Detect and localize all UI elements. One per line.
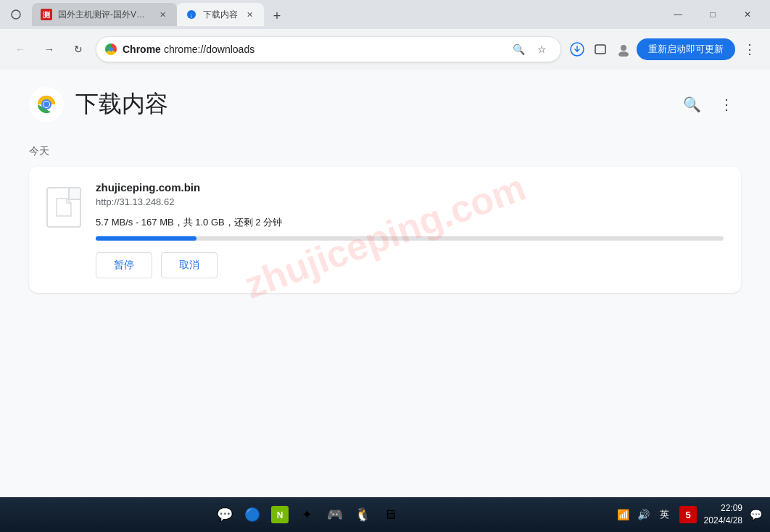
- svg-point-8: [618, 51, 629, 57]
- pause-button[interactable]: 暂停: [96, 252, 152, 278]
- clock-time: 22:09: [704, 502, 742, 515]
- chrome-logo: [29, 87, 64, 122]
- back-button[interactable]: ←: [9, 38, 32, 61]
- page-title: 下载内容: [75, 88, 168, 120]
- reload-button[interactable]: ↻: [67, 38, 90, 61]
- taskbar-right: 📶 🔊 英 5 22:09 2024/4/28 💬: [615, 502, 764, 527]
- page-search-button[interactable]: 🔍: [677, 90, 706, 119]
- profile-btn[interactable]: [613, 39, 634, 59]
- taskbar-icon-wechat[interactable]: 💬: [213, 503, 236, 526]
- file-info: zhujiceping.com.bin http://31.13.248.62 …: [96, 181, 724, 278]
- address-brand: Chrome: [123, 43, 161, 55]
- section-label: 今天: [29, 145, 741, 158]
- download-card: zhujiceping.com.bin http://31.13.248.62 …: [29, 167, 741, 293]
- tab-2[interactable]: ↓ 下载内容 ✕: [177, 3, 264, 26]
- language-button[interactable]: 英: [657, 507, 672, 523]
- svg-point-12: [44, 101, 49, 107]
- tab-1-title: 国外主机测评-国外VPS、国...: [58, 9, 151, 21]
- clock[interactable]: 22:09 2024/4/28: [704, 502, 742, 527]
- tab-search-btn[interactable]: [590, 39, 610, 59]
- page-header: 下载内容 🔍 ⋮: [29, 87, 741, 122]
- page-header-icons: 🔍 ⋮: [677, 90, 741, 119]
- svg-text:N: N: [276, 510, 283, 520]
- svg-point-7: [621, 45, 626, 51]
- progress-bar-container: [96, 236, 724, 241]
- cancel-button[interactable]: 取消: [161, 252, 218, 278]
- new-tab-button[interactable]: +: [267, 6, 287, 26]
- svg-text:测: 测: [43, 11, 50, 19]
- tab-1-close[interactable]: ✕: [157, 9, 168, 20]
- tray-wifi[interactable]: 📶: [615, 506, 632, 523]
- download-icon-btn[interactable]: [567, 39, 587, 59]
- address-icons: 🔍 ☆: [508, 39, 552, 59]
- taskbar-icon-app1[interactable]: ✦: [296, 503, 319, 526]
- update-button[interactable]: 重新启动即可更新: [637, 38, 735, 60]
- taskbar-icons: 💬 🔵 N ✦ 🎮 🐧 🖥: [6, 503, 609, 526]
- bookmark-icon-btn[interactable]: ☆: [531, 39, 552, 59]
- site-favicon: [105, 43, 117, 55]
- window-controls: — □ ✕: [661, 3, 764, 26]
- title-bar: 测 国外主机测评-国外VPS、国... ✕ ↓ 下载内容 ✕ + — □ ✕: [0, 0, 770, 29]
- close-button[interactable]: ✕: [731, 3, 764, 26]
- tab-2-title: 下载内容: [203, 9, 238, 21]
- progress-text: 5.7 MB/s - 167 MB，共 1.0 GB，还剩 2 分钟: [96, 216, 724, 229]
- clock-date: 2024/4/28: [704, 515, 742, 527]
- progress-bar-fill: [96, 236, 196, 241]
- maximize-button[interactable]: □: [696, 3, 729, 26]
- file-url: http://31.13.248.62: [96, 196, 724, 207]
- file-name: zhujiceping.com.bin: [96, 181, 724, 194]
- title-bar-left: [6, 4, 26, 25]
- omnibar: ← → ↻ Chromechrome://downloads 🔍 ☆: [0, 29, 770, 70]
- notification-button[interactable]: 💬: [747, 506, 764, 523]
- svg-text:5: 5: [685, 510, 690, 520]
- taskbar-icon-app3[interactable]: 🐧: [351, 503, 374, 526]
- svg-point-0: [12, 10, 20, 19]
- taskbar-icon-app2[interactable]: 🎮: [323, 503, 347, 526]
- file-icon: [46, 187, 81, 228]
- minimize-button[interactable]: —: [661, 3, 695, 26]
- address-text: Chromechrome://downloads: [123, 43, 502, 55]
- chrome-menu-button[interactable]: [6, 4, 26, 25]
- tab-1[interactable]: 测 国外主机测评-国外VPS、国... ✕: [32, 3, 177, 26]
- address-url: chrome://downloads: [164, 43, 254, 55]
- page-more-button[interactable]: ⋮: [712, 90, 741, 119]
- download-actions: 暂停 取消: [96, 252, 724, 278]
- taskbar-icon-bluetooth[interactable]: 🔵: [241, 503, 264, 526]
- svg-rect-6: [595, 45, 605, 54]
- tab-2-close[interactable]: ✕: [244, 9, 255, 20]
- tab-1-favicon: 测: [41, 9, 52, 20]
- chrome-logo-small: [105, 43, 117, 55]
- tab-bar: 测 国外主机测评-国外VPS、国... ✕ ↓ 下载内容 ✕ +: [29, 3, 658, 26]
- more-menu-button[interactable]: ⋮: [738, 38, 761, 61]
- taskbar-icon-app4[interactable]: 5: [676, 503, 700, 526]
- sys-tray: 📶 🔊: [615, 506, 653, 523]
- browser-window: 测 国外主机测评-国外VPS、国... ✕ ↓ 下载内容 ✕ + — □ ✕ ←…: [0, 0, 770, 532]
- svg-text:↓: ↓: [190, 12, 194, 19]
- address-bar[interactable]: Chromechrome://downloads 🔍 ☆: [96, 36, 561, 62]
- page-content: zhujiceping.com 下载内容 🔍 ⋮ 今天: [0, 70, 770, 497]
- tab-2-favicon: ↓: [186, 9, 197, 20]
- taskbar: 💬 🔵 N ✦ 🎮 🐧 🖥 📶 🔊 英 5 22:09 2024/4/28: [0, 497, 770, 532]
- tray-volume[interactable]: 🔊: [635, 506, 653, 523]
- search-icon-btn[interactable]: 🔍: [508, 39, 529, 59]
- taskbar-icon-display[interactable]: 🖥: [378, 503, 402, 526]
- toolbar-icons: 重新启动即可更新 ⋮: [567, 38, 761, 61]
- forward-button[interactable]: →: [38, 38, 61, 61]
- taskbar-icon-nvidia[interactable]: N: [268, 503, 291, 526]
